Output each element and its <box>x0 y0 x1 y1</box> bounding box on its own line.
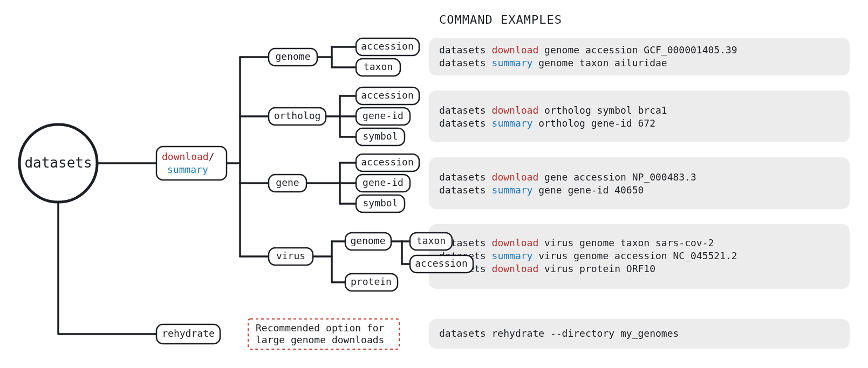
svg-text:accession: accession <box>361 156 414 168</box>
svg-text:taxon: taxon <box>416 235 446 246</box>
genome-taxon-node: taxon <box>356 59 400 76</box>
download-summary-node: download/ summary <box>156 147 227 180</box>
genome-accession-node: accession <box>356 38 419 55</box>
gene-symbol-node: symbol <box>356 195 405 212</box>
svg-text:gene-id: gene-id <box>363 177 404 188</box>
virus-node: virus <box>269 248 313 265</box>
svg-text:gene: gene <box>276 177 299 188</box>
genome-node: genome <box>269 48 317 66</box>
svg-text:datasets summary  genome taxon: datasets summary genome taxon ailuridae <box>439 57 667 68</box>
svg-text:taxon: taxon <box>364 61 393 72</box>
root-node: datasets <box>19 124 97 202</box>
svg-text:large genome downloads: large genome downloads <box>256 334 384 345</box>
section-title: COMMAND EXAMPLES <box>439 13 562 26</box>
gene-accession-node: accession <box>356 154 419 171</box>
svg-text:ortholog: ortholog <box>274 110 321 121</box>
svg-text:datasets summary  virus genome: datasets summary virus genome accession … <box>439 250 737 261</box>
svg-text:genome: genome <box>275 51 310 62</box>
svg-text:download/: download/ <box>162 151 215 162</box>
rehydrate-note: Recommended option for large genome down… <box>248 319 399 349</box>
svg-text:datasets download gene accessi: datasets download gene accession NP_0004… <box>439 171 696 183</box>
virus-taxon-node: taxon <box>410 233 452 250</box>
svg-text:datasets download virus genome: datasets download virus genome taxon sar… <box>439 237 714 248</box>
svg-text:accession: accession <box>361 89 414 101</box>
svg-text:Recommended option for: Recommended option for <box>256 322 385 334</box>
svg-text:gene-id: gene-id <box>363 110 404 121</box>
svg-text:datasets summary  gene gene-id: datasets summary gene gene-id 40650 <box>439 184 644 196</box>
virus-accession-node: accession <box>410 255 473 273</box>
svg-text:protein: protein <box>351 276 392 287</box>
svg-text:rehydrate: rehydrate <box>162 328 215 339</box>
svg-rect-1 <box>429 91 850 142</box>
svg-text:symbol: symbol <box>363 197 398 209</box>
svg-text:datasets: datasets <box>24 155 92 171</box>
svg-rect-0 <box>429 38 850 75</box>
svg-text:virus: virus <box>276 250 305 261</box>
svg-text:datasets summary  ortholog gen: datasets summary ortholog gene-id 672 <box>439 117 655 129</box>
virus-genome-node: genome <box>345 233 391 250</box>
gene-node: gene <box>269 175 306 192</box>
svg-rect-2 <box>429 157 850 209</box>
svg-text:genome: genome <box>350 235 385 246</box>
ortholog-geneid-node: gene-id <box>356 108 410 125</box>
ortholog-node: ortholog <box>269 108 326 125</box>
ortholog-symbol-node: symbol <box>356 128 405 145</box>
svg-text:summary: summary <box>167 164 208 175</box>
svg-text:datasets rehydrate --directory: datasets rehydrate --directory my_genome… <box>439 328 679 339</box>
svg-text:accession: accession <box>415 258 468 269</box>
svg-text:datasets download ortholog sym: datasets download ortholog symbol brca1 <box>439 105 667 116</box>
ortholog-accession-node: accession <box>356 87 419 105</box>
rehydrate-node: rehydrate <box>156 324 220 344</box>
svg-text:accession: accession <box>361 40 414 52</box>
svg-text:datasets download genome acces: datasets download genome accession GCF_0… <box>439 44 737 55</box>
gene-geneid-node: gene-id <box>356 175 410 192</box>
svg-text:symbol: symbol <box>363 130 398 142</box>
examples-rehydrate: datasets rehydrate --directory my_genome… <box>439 328 679 339</box>
virus-protein-node: protein <box>345 274 398 291</box>
